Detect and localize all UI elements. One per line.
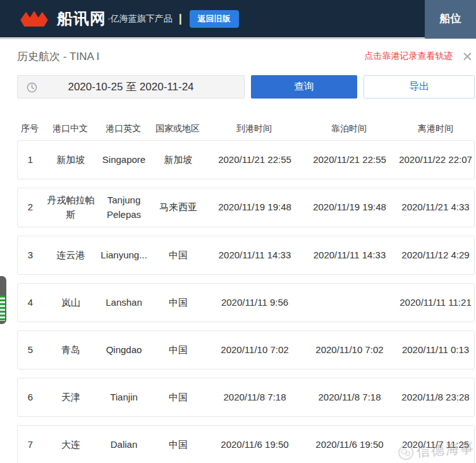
cell-berth-time: 2020/11/11 14:33 [314,248,386,263]
cell-departure-time: 2020/11/11 0:13 [402,343,469,358]
cell-departure-time: 2020/11/22 22:07 [399,153,472,167]
cell-departure-time: 2020/11/7 11:25 [402,438,469,452]
cell-index: 6 [28,390,33,405]
date-range-input[interactable]: 2020-10-25 至 2020-11-24 [17,75,245,99]
cell-port-en: Tanjung Pelepas [99,193,149,222]
table-header-row: 序号 港口中文 港口英文 国家或地区 到港时间 靠泊时间 离港时间 [17,123,475,135]
voyage-row[interactable]: 3 连云港 Lianyung... 中国 2020/11/11 14:33 20… [17,236,475,275]
cell-port-cn: 青岛 [61,343,80,358]
date-range-value: 2020-10-25 至 2020-11-24 [68,80,193,94]
cell-berth-time: 2020/11/10 7:02 [315,343,383,358]
brand-divider: | [179,12,182,25]
col-header-index: 序号 [21,123,39,135]
cell-arrival-time: 2020/11/19 19:48 [218,200,291,215]
query-controls: 2020-10-25 至 2020-11-24 查询 导出 [17,75,475,99]
history-voyage-panel: 历史航次 - TINA I 点击靠港记录查看轨迹 ✕ 2020-10-25 至 … [0,49,476,463]
cell-berth-time: 2020/11/19 19:48 [313,200,386,215]
query-button[interactable]: 查询 [251,75,357,99]
voyage-row[interactable]: 1 新加坡 Singapore 新加坡 2020/11/21 22:55 202… [17,140,475,179]
voyage-row[interactable]: 4 岚山 Lanshan 中国 2020/11/11 9:56 2020/11/… [17,283,475,322]
voyage-row[interactable]: 7 大连 Dalian 中国 2020/11/6 19:50 2020/11/6… [17,425,475,463]
cell-port-en: Qingdao [106,343,142,358]
cell-port-cn: 新加坡 [57,153,85,167]
cell-departure-time: 2020/11/11 11:21 [400,296,471,310]
cell-departure-time: 2020/11/12 4:29 [401,248,469,263]
cell-index: 3 [28,248,33,263]
panel-title-row: 历史航次 - TINA I 点击靠港记录查看轨迹 ✕ [17,49,475,63]
col-header-port-en: 港口英文 [106,123,141,135]
brand-subtitle: ·亿海蓝旗下产品 [107,13,173,25]
cell-index: 2 [28,200,33,215]
cell-country: 中国 [169,390,188,405]
brand-name: 船讯网 [57,8,106,29]
cell-port-en: Tianjin [110,390,138,405]
cell-index: 5 [28,343,33,358]
cell-port-en: Lianyung... [101,248,147,263]
col-header-arrival-time: 到港时间 [236,123,272,135]
cell-country: 中国 [169,343,188,358]
top-navbar: 船讯网 ·亿海蓝旗下产品 | 返回旧版 船位 [0,0,476,39]
clock-icon [27,82,37,93]
cell-country: 中国 [169,296,188,310]
cell-berth-time: 2020/11/8 7:18 [319,390,381,405]
cell-index: 1 [28,153,33,167]
cell-index: 7 [28,438,33,452]
cell-country: 中国 [169,438,188,452]
voyage-row[interactable]: 5 青岛 Qingdao 中国 2020/11/10 7:02 2020/11/… [17,330,475,370]
cell-port-en: Singapore [102,153,145,167]
close-icon[interactable]: ✕ [461,50,473,63]
cell-port-cn: 天津 [61,390,80,405]
page-title: 历史航次 - TINA I [17,49,99,64]
cell-departure-time: 2020/11/8 23:28 [401,390,469,405]
cell-port-cn: 岚山 [61,296,80,310]
tab-ship-position[interactable]: 船位 [425,0,476,39]
cell-country: 新加坡 [164,153,193,167]
export-button[interactable]: 导出 [363,75,475,99]
green-stripes-decoration [0,296,5,321]
cell-berth-time: 2020/11/21 22:55 [313,153,386,167]
background-side-widget [0,276,6,324]
col-header-berth-time: 靠泊时间 [331,123,367,135]
cell-departure-time: 2020/11/21 4:33 [401,200,469,215]
cell-arrival-time: 2020/11/8 7:18 [224,390,286,405]
col-header-port-cn: 港口中文 [52,123,88,135]
voyage-row[interactable]: 2 丹戎帕拉帕斯 Tanjung Pelepas 马来西亚 2020/11/19… [17,188,475,227]
cell-port-cn: 连云港 [57,248,85,263]
cell-port-cn: 丹戎帕拉帕斯 [43,193,99,222]
cell-port-cn: 大连 [61,438,80,452]
cell-arrival-time: 2020/11/11 14:33 [219,248,291,263]
table-body: 1 新加坡 Singapore 新加坡 2020/11/21 22:55 202… [17,140,475,463]
cell-country: 中国 [169,248,188,263]
cell-port-en: Dalian [111,438,138,452]
view-track-link[interactable]: 点击靠港记录查看轨迹 [364,51,453,62]
cell-index: 4 [28,296,33,310]
cell-berth-time: 2020/11/6 19:50 [315,438,383,452]
cell-arrival-time: 2020/11/21 22:55 [218,153,291,167]
voyage-row[interactable]: 6 天津 Tianjin 中国 2020/11/8 7:18 2020/11/8… [17,378,475,417]
col-header-departure-time: 离港时间 [418,123,453,135]
cell-arrival-time: 2020/11/11 9:56 [221,296,288,310]
col-header-country: 国家或地区 [156,123,200,135]
shipxy-logo-boat-icon [19,8,49,30]
cell-arrival-time: 2020/11/6 19:50 [221,438,288,452]
cell-arrival-time: 2020/11/10 7:02 [221,343,288,358]
cell-port-en: Lanshan [106,296,142,310]
cell-country: 马来西亚 [159,200,197,215]
back-to-old-version-button[interactable]: 返回旧版 [190,10,239,28]
